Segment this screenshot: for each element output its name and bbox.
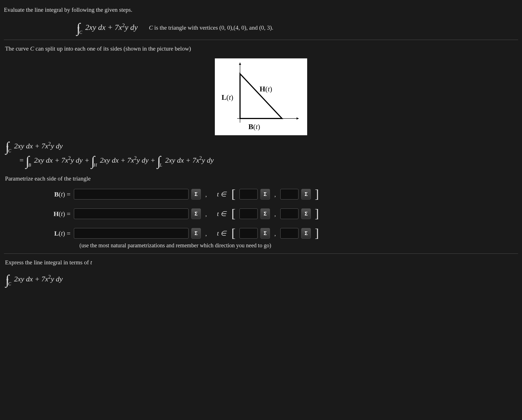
t-in-label: t ∈: [211, 228, 228, 238]
diagram-label-H: H(t): [260, 84, 272, 94]
sigma-button[interactable]: Σ: [191, 208, 201, 219]
svg-marker-4: [240, 74, 282, 118]
sigma-button[interactable]: Σ: [191, 228, 201, 239]
row-B-label: B(t) =: [4, 189, 74, 199]
parametrization-grid: B(t) = Σ , t ∈ [ Σ , Σ ] H(t) = Σ , t ∈ …: [4, 188, 518, 239]
parametrize-heading: Parametrize each side of the triangle: [5, 174, 518, 183]
right-bracket: ]: [314, 208, 320, 220]
left-bracket: [: [230, 227, 237, 239]
input-B-t1[interactable]: [280, 189, 298, 200]
problem-prompt: Evaluate the line integral by following …: [4, 6, 518, 15]
row-L: Σ , t ∈ [ Σ , Σ ]: [74, 227, 518, 239]
comma: ,: [273, 229, 278, 238]
split-description: The curve C can split up into each one o…: [5, 44, 518, 53]
comma: ,: [204, 229, 209, 238]
sigma-button[interactable]: Σ: [301, 189, 311, 200]
sigma-button[interactable]: Σ: [301, 228, 311, 239]
input-L-t1[interactable]: [280, 228, 298, 239]
main-integral-expression: ∫C 2xy dx + 7x2y dy: [77, 21, 138, 35]
diagram-label-B: B(t): [248, 121, 260, 132]
input-L-t0[interactable]: [239, 228, 258, 239]
input-H-t1[interactable]: [280, 208, 298, 219]
comma: ,: [204, 190, 209, 199]
input-B-expr[interactable]: [74, 189, 189, 200]
diagram-container: H(t) L(t) B(t): [4, 58, 518, 135]
sigma-button[interactable]: Σ: [301, 208, 311, 219]
comma: ,: [204, 209, 209, 219]
divider: [4, 253, 518, 254]
sigma-button[interactable]: Σ: [191, 189, 201, 200]
input-H-t0[interactable]: [239, 208, 258, 219]
svg-marker-1: [297, 117, 299, 120]
sigma-button[interactable]: Σ: [260, 189, 270, 200]
row-H: Σ , t ∈ [ Σ , Σ ]: [74, 208, 518, 220]
t-in-label: t ∈: [211, 189, 228, 199]
comma: ,: [273, 209, 278, 219]
final-integral-expression: ∫C 2xy dx + 7x2y dy: [6, 272, 518, 286]
problem-page: Evaluate the line integral by following …: [0, 0, 522, 292]
t-in-label: t ∈: [211, 209, 228, 219]
triangle-diagram: H(t) L(t) B(t): [215, 58, 307, 135]
right-bracket: ]: [314, 227, 320, 239]
sigma-button[interactable]: Σ: [260, 208, 270, 219]
left-bracket: [: [230, 188, 237, 200]
express-heading: Express the line integral in terms of t: [5, 258, 518, 267]
divider: [4, 40, 518, 40]
input-B-t0[interactable]: [239, 189, 258, 200]
problem-statement-row: ∫C 2xy dx + 7x2y dy C is the triangle wi…: [4, 21, 518, 35]
svg-marker-3: [239, 63, 241, 65]
row-L-label: L(t) =: [4, 228, 74, 238]
comma: ,: [273, 190, 278, 199]
diagram-label-L: L(t): [222, 92, 233, 103]
integral-expansion: ∫C 2xy dx + 7x2y dy = ∫B 2xy dx + 7x2y d…: [6, 139, 518, 168]
input-H-expr[interactable]: [74, 208, 189, 219]
row-H-label: H(t) =: [4, 209, 74, 219]
input-L-expr[interactable]: [74, 228, 189, 239]
right-bracket: ]: [314, 188, 320, 200]
sigma-button[interactable]: Σ: [260, 228, 270, 239]
row-B: Σ , t ∈ [ Σ , Σ ]: [74, 188, 518, 200]
curve-description: C is the triangle with vertices (0, 0),(…: [149, 23, 273, 32]
parametrization-hint: (use the most natural parametrizations a…: [4, 241, 518, 250]
left-bracket: [: [230, 208, 237, 220]
